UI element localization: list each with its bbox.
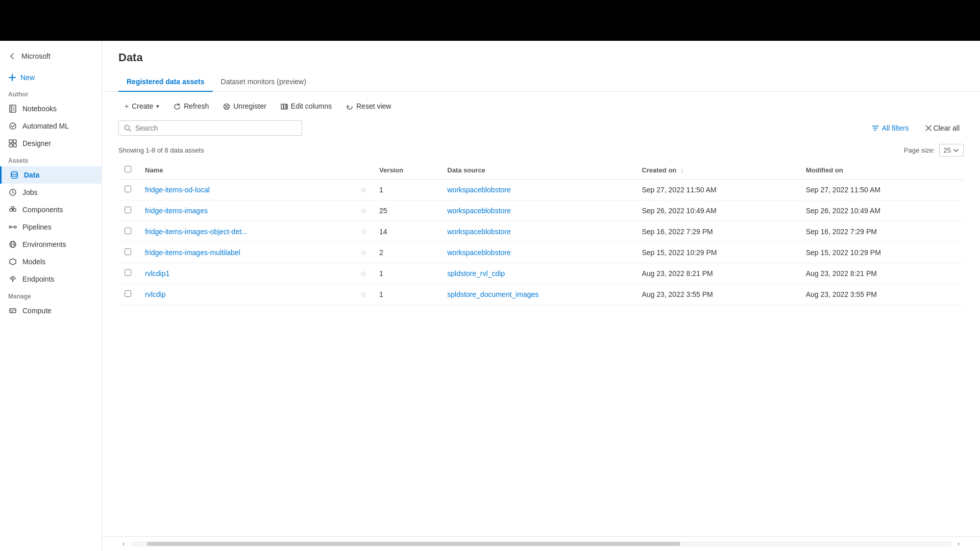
compute-icon <box>8 306 17 315</box>
row-checkbox-0[interactable] <box>118 180 139 201</box>
row-star-5[interactable]: ☆ <box>354 284 373 305</box>
scroll-right-button[interactable]: › <box>953 539 964 549</box>
new-button[interactable]: New <box>0 69 102 86</box>
create-button[interactable]: + Create ▾ <box>118 99 165 113</box>
tab-registered[interactable]: Registered data assets <box>118 72 213 92</box>
scrollbar-thumb[interactable] <box>147 542 680 546</box>
reset-view-button[interactable]: Reset view <box>340 99 397 113</box>
search-input[interactable] <box>135 124 297 132</box>
row-created-on-2: Sep 16, 2022 7:29 PM <box>635 221 799 242</box>
col-version[interactable]: Version <box>373 161 441 180</box>
select-all-checkbox[interactable] <box>125 166 131 172</box>
search-box[interactable] <box>118 120 302 136</box>
sidebar-item-components[interactable]: Components <box>0 201 102 218</box>
models-icon <box>8 257 17 266</box>
svg-rect-7 <box>13 140 16 143</box>
data-icon <box>10 170 19 180</box>
datasource-link-3[interactable]: workspaceblobstore <box>447 248 511 257</box>
row-star-1[interactable]: ☆ <box>354 201 373 221</box>
horizontal-scrollbar[interactable] <box>131 541 951 546</box>
sidebar-item-models[interactable]: Models <box>0 253 102 270</box>
row-checkbox-3[interactable] <box>118 242 139 263</box>
row-checkbox-4[interactable] <box>118 263 139 284</box>
svg-rect-9 <box>13 144 16 147</box>
scroll-left-button[interactable]: ‹ <box>118 539 129 549</box>
pipelines-icon <box>8 222 17 232</box>
col-name[interactable]: Name <box>139 161 354 180</box>
tabs-bar: Registered data assets Dataset monitors … <box>102 72 980 92</box>
row-star-4[interactable]: ☆ <box>354 263 373 284</box>
row-created-on-4: Aug 23, 2022 8:21 PM <box>635 263 799 284</box>
unregister-button[interactable]: Unregister <box>217 99 273 113</box>
name-link-2[interactable]: fridge-items-images-object-det... <box>145 228 248 236</box>
name-link-3[interactable]: fridge-items-images-multilabel <box>145 248 240 257</box>
edit-columns-button[interactable]: Edit columns <box>275 99 338 113</box>
all-filters-button[interactable]: All filters <box>866 121 915 135</box>
name-link-5[interactable]: rvlcdip <box>145 290 165 298</box>
pipelines-label: Pipelines <box>22 223 52 231</box>
search-icon <box>124 124 131 132</box>
row-checkbox-1[interactable] <box>118 201 139 221</box>
col-checkbox[interactable] <box>118 161 139 180</box>
svg-rect-32 <box>286 104 287 109</box>
sidebar-item-environments[interactable]: Environments <box>0 236 102 253</box>
row-checkbox-2[interactable] <box>118 221 139 242</box>
row-name-0: fridge-items-od-local <box>139 180 354 201</box>
notebooks-label: Notebooks <box>22 105 57 113</box>
name-link-4[interactable]: rvlcdip1 <box>145 269 169 278</box>
sidebar-item-jobs[interactable]: Jobs <box>0 184 102 201</box>
datasource-link-1[interactable]: workspaceblobstore <box>447 207 511 215</box>
sidebar-item-notebooks[interactable]: Notebooks <box>0 100 102 117</box>
row-name-1: fridge-items-images <box>139 201 354 221</box>
refresh-button[interactable]: Refresh <box>167 99 215 113</box>
svg-point-17 <box>14 226 16 228</box>
row-datasource-2: workspaceblobstore <box>441 221 635 242</box>
name-link-1[interactable]: fridge-items-images <box>145 207 208 215</box>
row-version-2: 14 <box>373 221 441 242</box>
col-created-on[interactable]: Created on ↓ <box>635 161 799 180</box>
close-icon <box>925 125 932 131</box>
sidebar-item-endpoints[interactable]: Endpoints <box>0 270 102 288</box>
sidebar-item-pipelines[interactable]: Pipelines <box>0 218 102 236</box>
row-version-0: 1 <box>373 180 441 201</box>
name-link-0[interactable]: fridge-items-od-local <box>145 186 210 194</box>
page-title: Data <box>118 51 964 64</box>
datasource-link-5[interactable]: spldstore_document_images <box>447 290 538 298</box>
col-datasource[interactable]: Data source <box>441 161 635 180</box>
row-star-0[interactable]: ☆ <box>354 180 373 201</box>
row-version-3: 2 <box>373 242 441 263</box>
row-checkbox-5[interactable] <box>118 284 139 305</box>
row-created-on-3: Sep 15, 2022 10:29 PM <box>635 242 799 263</box>
sidebar-item-compute[interactable]: Compute <box>0 302 102 319</box>
models-label: Models <box>22 258 45 266</box>
compute-label: Compute <box>22 307 52 315</box>
table-row: fridge-items-images-object-det... ☆ 14 w… <box>118 221 964 242</box>
page-size-label: Page size: <box>904 146 935 154</box>
row-star-3[interactable]: ☆ <box>354 242 373 263</box>
datasource-link-0[interactable]: workspaceblobstore <box>447 186 511 194</box>
designer-label: Designer <box>22 139 51 147</box>
tab-monitors[interactable]: Dataset monitors (preview) <box>213 72 314 92</box>
sidebar-item-designer[interactable]: Designer <box>0 135 102 152</box>
row-name-2: fridge-items-images-object-det... <box>139 221 354 242</box>
datasource-link-4[interactable]: spldstore_rvl_cdip <box>447 269 505 278</box>
row-modified-on-2: Sep 16, 2022 7:29 PM <box>800 221 964 242</box>
sidebar-item-automated-ml[interactable]: Automated ML <box>0 117 102 135</box>
automated-ml-icon <box>8 121 17 131</box>
row-modified-on-3: Sep 15, 2022 10:29 PM <box>800 242 964 263</box>
sidebar-item-data[interactable]: Data <box>0 166 102 184</box>
designer-icon <box>8 139 17 148</box>
table-info: Showing 1-8 of 8 data assets Page size: … <box>102 142 980 161</box>
datasource-link-2[interactable]: workspaceblobstore <box>447 228 511 236</box>
plus-small-icon: + <box>125 102 129 110</box>
microsoft-logo[interactable]: Microsoft <box>0 47 102 69</box>
automated-ml-label: Automated ML <box>22 122 69 130</box>
notebook-icon <box>8 104 17 113</box>
clear-all-button[interactable]: Clear all <box>921 121 964 135</box>
page-size-select[interactable]: 25 <box>939 144 964 157</box>
col-modified-on[interactable]: Modified on <box>800 161 964 180</box>
row-datasource-1: workspaceblobstore <box>441 201 635 221</box>
row-datasource-4: spldstore_rvl_cdip <box>441 263 635 284</box>
svg-point-10 <box>11 172 17 174</box>
row-star-2[interactable]: ☆ <box>354 221 373 242</box>
